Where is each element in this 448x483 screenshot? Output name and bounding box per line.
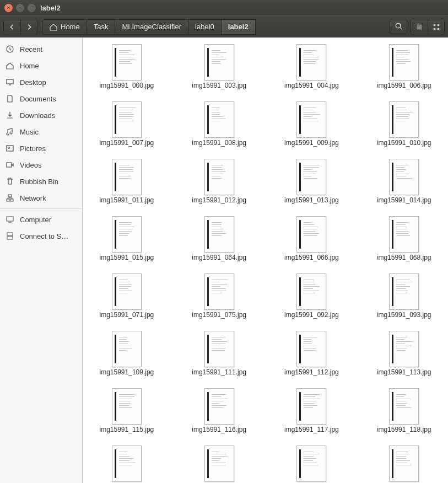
sidebar-item-label: Recent (20, 45, 42, 53)
maximize-button[interactable]: □ (28, 4, 36, 12)
file-item[interactable]: img15991_010.jpg (365, 101, 442, 147)
sidebar-item-label: Videos (20, 161, 42, 169)
file-item[interactable]: img15991_064.jpg (181, 216, 258, 261)
back-button[interactable] (4, 19, 20, 35)
file-item[interactable]: img15991_113.jpg (365, 331, 442, 376)
file-thumbnail (296, 216, 326, 253)
sidebar-item-label: Desktop (20, 78, 46, 87)
file-item[interactable]: img15991_066.jpg (273, 216, 350, 261)
file-item[interactable]: img15991_015.jpg (88, 216, 165, 261)
file-thumbnail (296, 388, 326, 425)
sidebar-item-rubbish-bin[interactable]: Rubbish Bin (0, 173, 82, 190)
file-label: img15991_068.jpg (377, 254, 431, 261)
sidebar-item-network[interactable]: Network (0, 190, 82, 206)
file-thumbnail (296, 331, 326, 367)
svg-rect-13 (10, 199, 13, 201)
file-item[interactable]: img15991_115.jpg (88, 388, 165, 433)
sidebar-item-music[interactable]: Music (0, 124, 82, 140)
file-item[interactable]: img15991_118.jpg (365, 388, 442, 433)
file-item[interactable]: img15991_121.jpg (273, 446, 350, 483)
svg-line-1 (400, 28, 401, 29)
sidebar-item-connect-to-s-[interactable]: Connect to S… (0, 228, 82, 244)
file-item[interactable]: img15991_116.jpg (181, 388, 258, 433)
file-item[interactable]: img15991_014.jpg (365, 159, 442, 204)
list-view-button[interactable] (411, 19, 428, 35)
sidebar-item-label: Computer (20, 216, 51, 224)
file-item[interactable]: img15991_119.jpg (88, 446, 165, 483)
file-item[interactable]: img15991_007.jpg (88, 101, 165, 147)
sidebar-item-desktop[interactable]: Desktop (0, 74, 82, 90)
breadcrumb: HomeTaskMLImageClassifierlabel0label2 (42, 19, 387, 35)
file-item[interactable]: img15991_075.jpg (181, 273, 258, 319)
svg-rect-8 (7, 146, 13, 151)
path-segment[interactable]: MLImageClassifier (115, 19, 188, 35)
file-item[interactable]: img15991_000.jpg (88, 44, 165, 89)
file-thumbnail (389, 273, 419, 310)
svg-rect-7 (7, 79, 13, 84)
file-item[interactable]: img15991_011.jpg (88, 159, 165, 204)
file-item[interactable]: img15991_004.jpg (273, 44, 350, 89)
sidebar-item-videos[interactable]: Videos (0, 157, 82, 173)
file-thumbnail (204, 101, 234, 138)
file-label: img15991_013.jpg (284, 196, 339, 204)
file-label: img15991_111.jpg (192, 368, 246, 376)
file-label: img15991_116.jpg (192, 426, 246, 433)
file-item[interactable]: img15991_111.jpg (181, 331, 258, 376)
file-label: img15991_000.jpg (100, 82, 154, 89)
sidebar-item-label: Connect to S… (20, 232, 68, 240)
file-item[interactable]: img15991_068.jpg (365, 216, 442, 261)
sidebar-item-label: Network (20, 194, 46, 202)
file-label: img15991_112.jpg (284, 368, 339, 376)
file-item[interactable]: img15991_008.jpg (181, 101, 258, 147)
file-item[interactable]: img15991_120.jpg (181, 446, 258, 483)
file-thumbnail (204, 159, 234, 195)
file-item[interactable]: img15991_112.jpg (273, 331, 350, 376)
file-thumbnail (389, 446, 419, 482)
file-item[interactable]: img15991_009.jpg (273, 101, 350, 147)
path-segment[interactable]: Task (87, 19, 116, 35)
file-item[interactable]: img15991_006.jpg (365, 44, 442, 89)
close-button[interactable]: × (4, 4, 13, 12)
file-label: img15991_118.jpg (377, 426, 431, 433)
path-home[interactable]: Home (42, 19, 87, 35)
path-label: label2 (228, 23, 249, 31)
sidebar-item-home[interactable]: Home (0, 57, 82, 74)
sidebar-item-recent[interactable]: Recent (0, 41, 82, 57)
content-area[interactable]: img15991_000.jpgimg15991_003.jpgimg15991… (83, 37, 448, 483)
minimize-button[interactable]: − (16, 4, 24, 12)
sidebar-item-label: Documents (20, 95, 56, 103)
window-title: label2 (40, 4, 61, 12)
file-label: img15991_004.jpg (284, 82, 339, 89)
file-thumbnail (296, 273, 326, 310)
sidebar-item-documents[interactable]: Documents (0, 90, 82, 107)
file-thumbnail (296, 446, 326, 482)
svg-rect-10 (7, 163, 12, 167)
path-segment[interactable]: label2 (221, 19, 256, 35)
network-icon (6, 194, 14, 202)
home-icon (49, 23, 58, 31)
sidebar-item-downloads[interactable]: Downloads (0, 107, 82, 124)
file-item[interactable]: img15991_093.jpg (365, 273, 442, 319)
file-label: img15991_008.jpg (192, 139, 246, 147)
file-item[interactable]: img15991_003.jpg (181, 44, 258, 89)
svg-point-0 (396, 23, 400, 28)
sidebar-separator (0, 208, 82, 209)
path-segment[interactable]: label0 (188, 19, 222, 35)
search-button[interactable] (390, 19, 407, 34)
forward-button[interactable] (20, 19, 37, 35)
file-item[interactable]: img15991_122.jpg (365, 446, 442, 483)
file-item[interactable]: img15991_109.jpg (88, 331, 165, 376)
file-thumbnail (112, 273, 142, 310)
file-item[interactable]: img15991_012.jpg (181, 159, 258, 204)
file-label: img15991_075.jpg (192, 311, 246, 319)
file-item[interactable]: img15991_013.jpg (273, 159, 350, 204)
sidebar-item-label: Rubbish Bin (20, 178, 58, 186)
file-thumbnail (204, 446, 234, 482)
file-item[interactable]: img15991_117.jpg (273, 388, 350, 433)
icon-view-button[interactable] (428, 19, 444, 35)
sidebar-item-pictures[interactable]: Pictures (0, 140, 82, 157)
file-item[interactable]: img15991_071.jpg (88, 273, 165, 319)
file-item[interactable]: img15991_092.jpg (273, 273, 350, 319)
sidebar-item-computer[interactable]: Computer (0, 211, 82, 228)
file-label: img15991_015.jpg (100, 254, 154, 261)
